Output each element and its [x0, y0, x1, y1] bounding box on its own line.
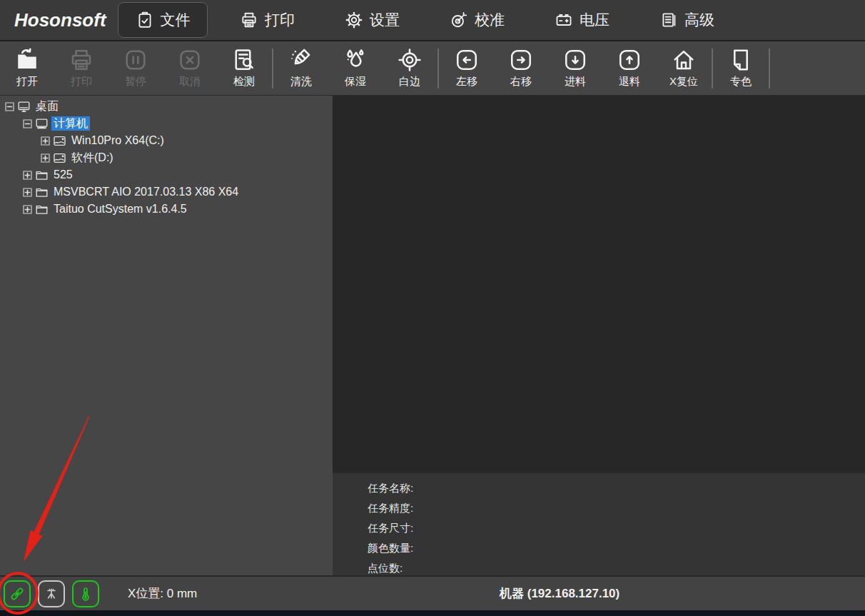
- arrow-down-square-icon: [562, 47, 588, 73]
- machine-label: 机器 (192.168.127.10): [500, 585, 619, 602]
- file-tree-panel: 桌面 计算机 Win10Pro: [0, 96, 333, 575]
- tool-label: 清洗: [290, 75, 312, 89]
- tree-item-label: 软件(D:): [69, 151, 116, 165]
- toolbar-separator: [769, 49, 770, 89]
- tool-x-reset[interactable]: X复位: [657, 43, 711, 94]
- water-drops-icon: [343, 47, 368, 73]
- toolbar-separator: [712, 49, 713, 89]
- folder-icon: [35, 203, 49, 216]
- drive-icon: [53, 134, 66, 148]
- tree-item-drive-c[interactable]: Win10Pro X64(C:): [0, 132, 333, 149]
- tree-item-folder-msvbcrt[interactable]: MSVBCRT AIO 2017.03.13 X86 X64: [0, 183, 333, 201]
- main-area: 桌面 计算机 Win10Pro: [0, 96, 865, 575]
- tab-label: 文件: [161, 10, 191, 30]
- folder-icon: [35, 186, 49, 199]
- tab-print[interactable]: 打印: [215, 0, 320, 40]
- tab-voltage[interactable]: 电压: [530, 0, 634, 40]
- tool-detect[interactable]: 检测: [217, 43, 271, 94]
- tab-label: 电压: [580, 10, 609, 30]
- desktop-icon: [17, 100, 31, 113]
- tool-move-left[interactable]: 左移: [440, 43, 494, 94]
- preview-area: [333, 96, 865, 473]
- expand-toggle-icon[interactable]: [23, 188, 32, 197]
- tree-item-label: 桌面: [34, 99, 61, 113]
- collapse-toggle-icon[interactable]: [23, 119, 32, 128]
- tool-label: 暂停: [125, 75, 146, 89]
- connection-status-button[interactable]: [4, 580, 31, 607]
- tool-label: 进料: [565, 75, 586, 89]
- tab-label: 校准: [475, 10, 505, 30]
- document-search-icon: [231, 47, 257, 73]
- app-window: Hosonsoft 文件 打印 设置: [0, 0, 865, 616]
- x-position-label: X位置: 0 mm: [128, 585, 197, 602]
- tree-item-computer[interactable]: 计算机: [0, 115, 333, 132]
- tool-spot-color[interactable]: 专色: [714, 43, 768, 94]
- open-folder-icon: [14, 47, 40, 73]
- bottom-strip: [0, 610, 865, 616]
- tab-advanced[interactable]: 高级: [634, 0, 739, 40]
- tool-label: 打开: [16, 75, 38, 89]
- tool-pause[interactable]: 暂停: [108, 43, 163, 94]
- thermometer-icon: [77, 585, 94, 602]
- toolbar-separator: [272, 49, 273, 89]
- home-icon: [671, 47, 697, 73]
- menu-bar: Hosonsoft 文件 打印 设置: [0, 0, 865, 41]
- expand-toggle-icon[interactable]: [41, 153, 50, 163]
- task-size-label: 任务尺寸:: [368, 518, 865, 538]
- tool-print[interactable]: 打印: [54, 43, 108, 94]
- tree-item-label: Taituo CutSystem v1.6.4.5: [51, 202, 189, 216]
- temperature-status-button[interactable]: [72, 580, 99, 607]
- tool-label: 打印: [71, 75, 92, 89]
- tree-item-drive-d[interactable]: 软件(D:): [0, 149, 333, 166]
- tree-item-folder-525[interactable]: 525: [0, 166, 333, 183]
- tool-feed[interactable]: 进料: [548, 43, 602, 94]
- printer-icon: [69, 47, 94, 73]
- tool-label: 白边: [399, 75, 420, 89]
- tool-retract[interactable]: 退料: [602, 43, 657, 94]
- tab-label: 打印: [265, 10, 295, 30]
- tool-label: 右移: [510, 75, 532, 89]
- tree-item-label: 525: [51, 168, 75, 182]
- status-bar: X位置: 0 mm 机器 (192.168.127.10): [0, 575, 865, 610]
- tool-label: 专色: [730, 75, 752, 89]
- tool-label: 检测: [233, 75, 255, 89]
- tree-item-desktop[interactable]: 桌面: [0, 98, 333, 115]
- tool-moisturize[interactable]: 保湿: [328, 43, 383, 94]
- expand-toggle-icon[interactable]: [23, 205, 32, 214]
- nozzle-status-button[interactable]: [38, 580, 65, 607]
- tab-settings[interactable]: 设置: [320, 0, 425, 40]
- arrow-right-square-icon: [508, 47, 534, 73]
- printer-icon: [240, 11, 258, 29]
- expand-toggle-icon[interactable]: [41, 136, 50, 146]
- tool-move-right[interactable]: 右移: [494, 43, 548, 94]
- calibration-target-icon: [450, 11, 468, 29]
- folder-icon: [35, 168, 49, 182]
- tool-label: X复位: [669, 75, 698, 89]
- tab-label: 高级: [684, 10, 714, 30]
- computer-icon: [35, 117, 49, 131]
- tool-label: 左移: [456, 75, 477, 89]
- expand-toggle-icon[interactable]: [23, 171, 32, 180]
- task-name-label: 任务名称:: [368, 478, 865, 498]
- right-pane: 任务名称: 任务精度: 任务尺寸: 颜色数量: 点位数:: [333, 96, 865, 575]
- tool-clean[interactable]: 清洗: [274, 43, 328, 94]
- tree-item-label: MSVBCRT AIO 2017.03.13 X86 X64: [51, 185, 241, 199]
- drive-icon: [53, 151, 66, 165]
- tab-label: 设置: [370, 10, 400, 30]
- tree-item-label-selected: 计算机: [51, 116, 90, 131]
- folded-page-icon: [728, 47, 754, 73]
- tool-white-edge[interactable]: 白边: [383, 43, 437, 94]
- battery-icon: [555, 11, 573, 29]
- toolbar: 打开 打印 暂停 取消 检测: [0, 41, 865, 96]
- tree-item-folder-taituo[interactable]: Taituo CutSystem v1.6.4.5: [0, 201, 333, 218]
- toolbar-separator: [437, 49, 439, 89]
- collapse-toggle-icon[interactable]: [5, 102, 14, 111]
- gear-icon: [345, 11, 363, 29]
- tab-calibration[interactable]: 校准: [425, 0, 530, 40]
- brand-logo: Hosonsoft: [0, 9, 111, 31]
- tab-file[interactable]: 文件: [118, 2, 208, 38]
- nozzle-icon: [43, 585, 60, 602]
- task-precision-label: 任务精度:: [368, 498, 865, 518]
- tool-open[interactable]: 打开: [0, 43, 54, 94]
- tool-cancel[interactable]: 取消: [163, 43, 217, 94]
